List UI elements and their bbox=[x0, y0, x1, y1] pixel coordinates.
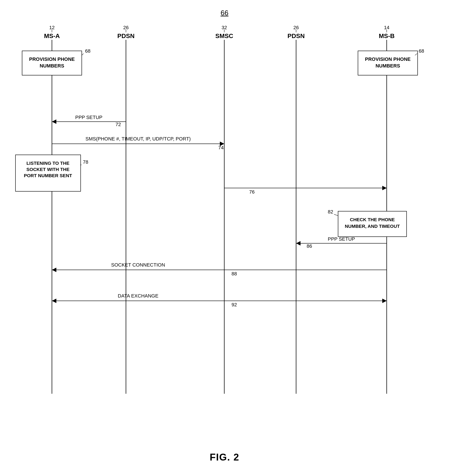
listening-text-1: LISTENING TO THE bbox=[27, 161, 69, 166]
lifeline-ref-smsc: 32 bbox=[222, 25, 227, 30]
ppp-setup-1-label: PPP SETUP bbox=[75, 115, 102, 120]
lifeline-ref-ms-b: 14 bbox=[384, 25, 389, 30]
check-phone-text-1: CHECK THE PHONE bbox=[350, 217, 395, 222]
page-number: 66 bbox=[220, 9, 229, 17]
svg-line-8 bbox=[334, 214, 338, 216]
data-exchange-arrow-right bbox=[382, 298, 387, 303]
listening-text-2: SOCKET WITH THE bbox=[27, 167, 70, 172]
lifeline-label-pdsn-left: PDSN bbox=[117, 33, 135, 39]
page: 66 12 MS-A 26 PDSN 32 SMSC 26 PDSN 14 bbox=[0, 0, 449, 476]
lifeline-label-ms-b: MS-B bbox=[379, 33, 395, 39]
lifeline-ref-pdsn-left: 26 bbox=[123, 25, 129, 30]
ppp-setup-2-ref: 86 bbox=[307, 243, 312, 249]
lifeline-ref-pdsn-right: 26 bbox=[293, 25, 299, 30]
data-exchange-arrow bbox=[52, 298, 56, 303]
provision-ref-a: 68 bbox=[85, 48, 90, 54]
check-phone-text-2: NUMBER, AND TIMEOUT bbox=[345, 224, 400, 229]
lifeline-label-smsc: SMSC bbox=[215, 33, 233, 39]
socket-conn-label: SOCKET CONNECTION bbox=[111, 262, 165, 268]
data-exchange-label: DATA EXCHANGE bbox=[118, 293, 158, 298]
provision-text-a-1: PROVISION PHONE bbox=[29, 56, 75, 62]
ppp-setup-2-label: PPP SETUP bbox=[328, 236, 355, 242]
listening-ref: 78 bbox=[83, 159, 88, 165]
provision-ref-b: 68 bbox=[419, 48, 424, 54]
data-exchange-ref: 92 bbox=[232, 302, 237, 307]
provision-text-b-1: PROVISION PHONE bbox=[365, 56, 411, 62]
socket-conn-ref: 88 bbox=[232, 271, 237, 276]
listening-text-3: PORT NUMBER SENT bbox=[24, 173, 72, 178]
sms-ref: 74 bbox=[218, 145, 224, 150]
lifeline-label-ms-a: MS-A bbox=[44, 33, 60, 39]
socket-conn-arrow bbox=[52, 268, 56, 272]
ppp-setup-1-ref: 72 bbox=[116, 122, 121, 127]
fig-label: FIG. 2 bbox=[210, 452, 239, 463]
diagram-svg: 12 MS-A 26 PDSN 32 SMSC 26 PDSN 14 MS-B bbox=[9, 18, 440, 438]
sms-label: SMS(PHONE #, TIMEOUT, IP, UDP/TCP, PORT) bbox=[85, 136, 191, 142]
svg-line-5 bbox=[82, 53, 84, 55]
ppp-setup-1-arrow bbox=[52, 120, 56, 124]
sms-forward-arrow bbox=[382, 186, 387, 190]
provision-text-a-2: NUMBERS bbox=[39, 63, 64, 69]
sms-forward-ref: 76 bbox=[249, 189, 255, 195]
check-phone-ref: 82 bbox=[328, 209, 333, 215]
lifeline-ref-ms-a: 12 bbox=[49, 25, 55, 30]
lifeline-label-pdsn-right: PDSN bbox=[287, 33, 305, 39]
ppp-setup-2-arrow bbox=[296, 241, 301, 246]
provision-text-b-2: NUMBERS bbox=[376, 63, 400, 69]
